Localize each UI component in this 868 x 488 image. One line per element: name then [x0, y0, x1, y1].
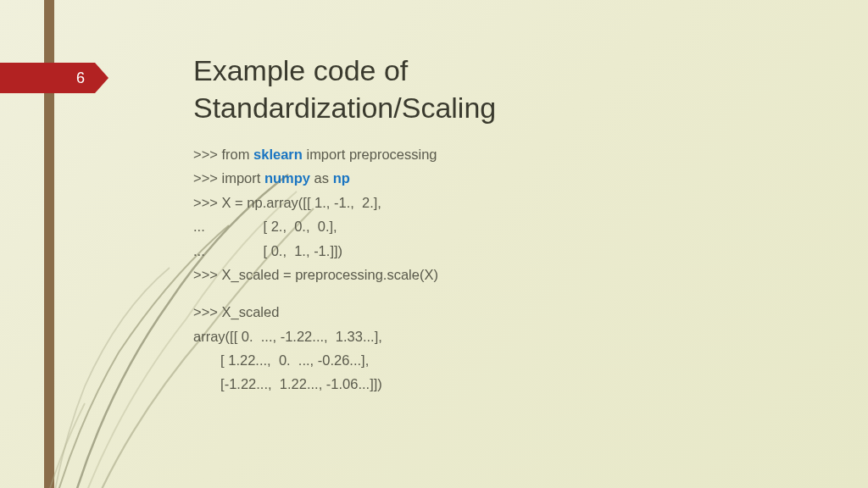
page-number: 6	[76, 69, 85, 87]
code-line: ... [ 0., 1., -1.]])	[193, 239, 438, 263]
code-line: >>> from sklearn import preprocessing	[193, 142, 438, 166]
code-block: >>> from sklearn import preprocessing >>…	[193, 142, 438, 396]
code-line: >>> import numpy as np	[193, 166, 438, 190]
keyword-sklearn: sklearn	[253, 147, 303, 162]
code-line: >>> X = np.array([[ 1., -1., 2.],	[193, 191, 438, 214]
code-line: >>> X_scaled = preprocessing.scale(X)	[193, 263, 438, 286]
title-line-2: Standardization/Scaling	[193, 92, 496, 124]
page-number-badge: 6	[0, 63, 108, 93]
keyword-numpy: numpy	[264, 170, 310, 186]
code-line: ... [ 2., 0., 0.],	[193, 214, 438, 238]
keyword-np: np	[333, 170, 350, 186]
code-line: [-1.22..., 1.22..., -1.06...]])	[193, 372, 438, 396]
slide-title: Example code of Standardization/Scaling	[193, 53, 496, 126]
title-line-1: Example code of	[193, 54, 408, 86]
code-line: array([[ 0. ..., -1.22..., 1.33...],	[193, 324, 438, 348]
blank-line	[193, 286, 438, 300]
code-line: >>> X_scaled	[193, 300, 438, 324]
code-line: [ 1.22..., 0. ..., -0.26...],	[193, 348, 438, 372]
